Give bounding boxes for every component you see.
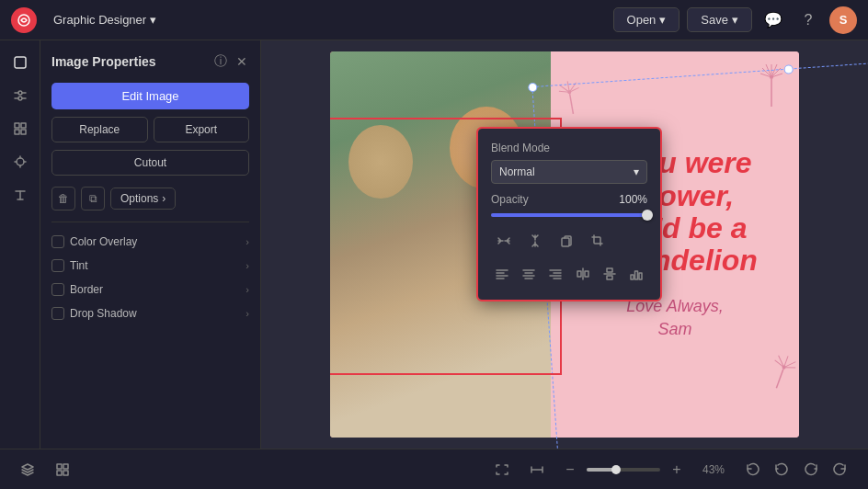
bottom-bar: − + 43%	[0, 449, 868, 489]
flip-h-button[interactable]	[491, 228, 517, 254]
save-button[interactable]: Save ▾	[687, 7, 752, 32]
undo-button[interactable]	[769, 457, 794, 483]
zoom-slider[interactable]	[587, 468, 660, 472]
copy-style-button[interactable]	[554, 228, 579, 254]
svg-point-0	[18, 15, 29, 26]
iconbar-text-button[interactable]	[6, 180, 35, 210]
topbar: Graphic Designer ▾ Open ▾ Save ▾ 💬 ? S	[0, 0, 868, 40]
app-logo	[11, 7, 37, 33]
main-layout: Image Properties ⓘ ✕ Edit Image Replace …	[0, 40, 868, 449]
svg-rect-60	[607, 268, 612, 272]
panel-title: Image Properties	[51, 54, 156, 69]
canvas-area[interactable]: If you were a flower, you'd be a damndel…	[261, 40, 868, 449]
svg-line-36	[570, 94, 574, 114]
border-expand[interactable]: ›	[246, 284, 249, 295]
svg-rect-43	[562, 238, 569, 246]
grid-icon-button[interactable]	[50, 457, 75, 483]
border-checkbox[interactable]	[51, 283, 64, 296]
tint-checkbox[interactable]	[51, 259, 64, 272]
fit-width-button[interactable]	[524, 457, 550, 483]
align-right-button[interactable]	[545, 261, 566, 287]
chart-icon-button[interactable]	[626, 261, 647, 287]
svg-rect-58	[585, 271, 588, 277]
help-icon-button[interactable]: ?	[794, 6, 822, 34]
align-left-button[interactable]	[491, 261, 512, 287]
iconbar-elements-button[interactable]	[6, 147, 35, 176]
flip-v-button[interactable]	[522, 228, 548, 254]
iconbar-layout-button[interactable]	[6, 114, 35, 143]
chevron-down-icon: ▾	[634, 165, 639, 178]
iconbar-adjust-button[interactable]	[6, 81, 35, 110]
info-icon-button[interactable]: ⓘ	[212, 51, 229, 72]
replace-button[interactable]: Replace	[51, 117, 148, 142]
options-button[interactable]: Options ›	[110, 188, 176, 210]
tint-label: Tint	[70, 259, 88, 272]
icon-bar	[0, 40, 40, 449]
zoom-in-button[interactable]: +	[666, 459, 688, 481]
chevron-down-icon: ▾	[732, 13, 738, 27]
popup-icons-row-1	[491, 228, 647, 254]
distribute-h-button[interactable]	[572, 261, 593, 287]
tint-expand[interactable]: ›	[246, 260, 249, 271]
svg-rect-61	[607, 276, 612, 279]
svg-rect-66	[63, 464, 68, 469]
svg-rect-64	[639, 273, 642, 279]
app-name-label: Graphic Designer	[53, 13, 146, 27]
opacity-row: Opacity 100%	[491, 193, 647, 206]
app-name-button[interactable]: Graphic Designer ▾	[46, 9, 164, 30]
property-rows: Color Overlay › Tint › Border ›	[51, 230, 249, 325]
opacity-slider-fill	[491, 213, 647, 217]
opacity-value: 100%	[619, 193, 647, 206]
border-row: Border ›	[51, 278, 249, 301]
open-button[interactable]: Open ▾	[613, 7, 680, 32]
chevron-down-icon: ▾	[150, 13, 156, 27]
some-action-button[interactable]	[739, 457, 765, 483]
drop-shadow-expand[interactable]: ›	[246, 308, 249, 319]
color-overlay-expand[interactable]: ›	[246, 236, 249, 247]
align-center-button[interactable]	[518, 261, 539, 287]
image-properties-panel: Image Properties ⓘ ✕ Edit Image Replace …	[40, 40, 261, 449]
delete-icon-button[interactable]: 🗑	[51, 187, 75, 210]
distribute-v-button[interactable]	[599, 261, 620, 287]
iconbar-select-button[interactable]	[6, 48, 35, 77]
toolbar-icons-row: 🗑 ⧉ Options ›	[51, 187, 249, 210]
opacity-slider[interactable]	[491, 213, 647, 217]
blend-mode-label: Blend Mode	[491, 142, 647, 154]
zoom-out-button[interactable]: −	[559, 459, 581, 481]
border-label: Border	[70, 283, 103, 296]
edit-image-button[interactable]: Edit Image	[51, 83, 249, 109]
svg-rect-67	[57, 471, 62, 475]
chat-icon-button[interactable]: 💬	[760, 6, 787, 34]
svg-rect-57	[577, 271, 581, 277]
drop-shadow-checkbox[interactable]	[51, 307, 64, 320]
blend-mode-popup: Blend Mode Normal ▾ Opacity 100%	[477, 128, 661, 301]
svg-rect-10	[15, 130, 19, 134]
color-overlay-label: Color Overlay	[70, 235, 137, 248]
undo-redo-controls	[739, 457, 853, 483]
svg-rect-65	[57, 464, 62, 469]
crop-button[interactable]	[585, 228, 611, 254]
svg-rect-68	[63, 471, 68, 475]
cutout-button[interactable]: Cutout	[51, 150, 249, 176]
fit-screen-button[interactable]	[489, 457, 515, 483]
signature: Love Always,Sam	[626, 295, 723, 341]
tint-row: Tint ›	[51, 254, 249, 278]
close-panel-button[interactable]: ✕	[234, 52, 249, 71]
drop-shadow-label: Drop Shadow	[70, 307, 137, 320]
redo-button[interactable]	[798, 457, 824, 483]
color-overlay-checkbox[interactable]	[51, 235, 64, 248]
popup-icons-row-2	[491, 261, 647, 287]
export-button[interactable]: Export	[154, 117, 250, 142]
svg-rect-63	[635, 271, 638, 279]
svg-line-29	[776, 370, 783, 389]
layers-icon-button[interactable]	[15, 457, 40, 483]
divider	[51, 222, 249, 222]
svg-rect-8	[15, 123, 19, 128]
replace-export-row: Replace Export	[51, 117, 249, 142]
panel-header: Image Properties ⓘ ✕	[51, 51, 249, 72]
duplicate-icon-button[interactable]: ⧉	[81, 187, 105, 210]
zoom-slider-thumb	[611, 465, 621, 474]
svg-point-12	[17, 158, 24, 165]
forward-button[interactable]	[828, 457, 853, 483]
blend-mode-select[interactable]: Normal ▾	[491, 160, 647, 184]
